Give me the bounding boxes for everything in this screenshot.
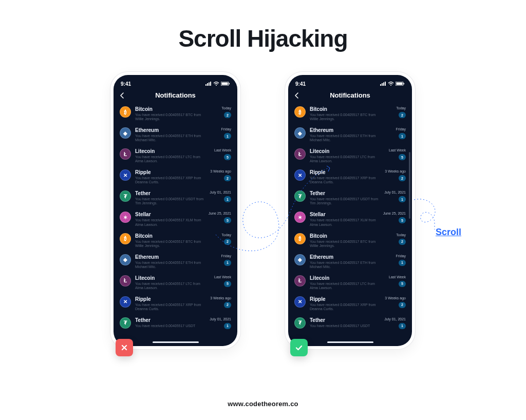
- row-desc: You have received 0.00405517 LTC from Al…: [310, 282, 382, 290]
- row-info: RippleYou have received 0.00405517 XRP f…: [135, 296, 208, 311]
- list-item[interactable]: ₮TetherYou have received 0.00405517 USDT…: [116, 314, 235, 332]
- row-desc: You have received 0.00405517 USDT: [135, 324, 207, 328]
- list-item[interactable]: ✶StellarYou have received 0.00405517 XLM…: [116, 208, 235, 230]
- list-item[interactable]: ✶StellarYou have received 0.00405517 XLM…: [290, 208, 410, 230]
- row-info: BitcoinYou have received 0.00405517 BTC …: [310, 106, 394, 121]
- row-time: July 01, 2021: [384, 190, 406, 194]
- row-desc: You have received 0.00405517 ETH from Mi…: [310, 261, 382, 269]
- row-time: Today: [396, 106, 406, 110]
- coin-name: Ripple: [135, 169, 208, 175]
- coin-name: Ripple: [310, 169, 383, 175]
- coin-icon: ◆: [294, 127, 306, 139]
- nav-title: Notifications: [119, 91, 232, 99]
- coin-icon: ✕: [294, 296, 306, 308]
- coin-name: Bitcoin: [135, 106, 219, 112]
- coin-icon: ✕: [294, 169, 306, 181]
- page-title: Scroll Hijacking: [0, 25, 526, 52]
- row-meta: 3 Weeks ago2: [210, 169, 231, 181]
- list-item[interactable]: ◆EthereumYou have received 0.00405517 ET…: [116, 251, 235, 272]
- coin-name: Tether: [135, 190, 208, 196]
- row-meta: July 01, 20211: [384, 190, 406, 202]
- row-info: BitcoinYou have received 0.00405517 BTC …: [135, 233, 219, 248]
- count-badge: 1: [399, 260, 406, 266]
- count-badge: 1: [224, 133, 231, 139]
- status-time: 9:41: [121, 81, 131, 87]
- list-item[interactable]: ✕RippleYou have received 0.00405517 XRP …: [116, 293, 235, 314]
- row-meta: Last Week5: [214, 148, 231, 160]
- list-item[interactable]: ₿BitcoinYou have received 0.00405517 BTC…: [116, 230, 235, 251]
- list-item[interactable]: ✕RippleYou have received 0.00405517 XRP …: [290, 166, 410, 187]
- svg-rect-14: [397, 83, 403, 85]
- row-info: RippleYou have received 0.00405517 XRP f…: [135, 169, 208, 184]
- status-time: 9:41: [295, 81, 306, 87]
- coin-name: Bitcoin: [310, 233, 394, 239]
- coin-icon: ✶: [294, 212, 306, 223]
- signal-icon: [380, 82, 386, 86]
- row-time: Today: [396, 233, 406, 237]
- list-item[interactable]: ◆EthereumYou have received 0.00405517 ET…: [290, 124, 410, 145]
- stage: 9:41 Notifications ₿BitcoinYou have rece…: [0, 68, 526, 396]
- coin-icon: ₿: [294, 106, 306, 118]
- status-bar: 9:41: [114, 78, 237, 89]
- count-badge: 1: [399, 133, 406, 139]
- list-item[interactable]: ŁLitecoinYou have received 0.00405517 LT…: [116, 145, 235, 166]
- home-indicator: [153, 341, 199, 343]
- screen-right: 9:41 Notifications ₿BitcoinYou have rece…: [288, 75, 412, 346]
- notification-list-right[interactable]: ₿BitcoinYou have received 0.00405517 BTC…: [288, 103, 412, 339]
- list-item[interactable]: ₮TetherYou have received 0.00405517 USDT…: [290, 187, 410, 208]
- count-badge: 1: [399, 323, 406, 329]
- row-info: EthereumYou have received 0.00405517 ETH…: [135, 127, 219, 142]
- row-desc: You have received 0.00405517 XRP from De…: [310, 176, 382, 184]
- row-meta: July 01, 20211: [384, 317, 406, 329]
- wifi-icon: [213, 82, 219, 86]
- battery-icon: [396, 82, 405, 86]
- row-meta: Today2: [396, 233, 406, 245]
- row-desc: You have received 0.00405517 ETH from Mi…: [135, 261, 207, 269]
- row-desc: You have received 0.00405517 USDT from T…: [135, 197, 207, 205]
- coin-icon: Ł: [120, 275, 131, 287]
- coin-icon: ₮: [120, 317, 131, 329]
- row-desc: You have received 0.00405517 USDT: [310, 324, 382, 328]
- list-item[interactable]: ✕RippleYou have received 0.00405517 XRP …: [116, 166, 235, 187]
- list-item[interactable]: ₿BitcoinYou have received 0.00405517 BTC…: [290, 103, 410, 124]
- list-item[interactable]: ŁLitecoinYou have received 0.00405517 LT…: [116, 272, 235, 293]
- list-item[interactable]: ŁLitecoinYou have received 0.00405517 LT…: [290, 145, 410, 166]
- phone-right: 9:41 Notifications ₿BitcoinYou have rece…: [285, 72, 415, 349]
- footer-url: www.codetheorem.co: [0, 400, 526, 408]
- list-item[interactable]: ₿BitcoinYou have received 0.00405517 BTC…: [116, 103, 235, 124]
- scrollbar[interactable]: [409, 152, 410, 219]
- row-time: 3 Weeks ago: [385, 169, 406, 173]
- nav-bar: Notifications: [114, 89, 237, 103]
- svg-rect-7: [229, 83, 230, 85]
- home-indicator: [327, 341, 373, 343]
- list-item[interactable]: ₮TetherYou have received 0.00405517 USDT…: [116, 187, 235, 208]
- row-meta: 3 Weeks ago2: [385, 296, 406, 308]
- row-meta: Today2: [396, 106, 406, 118]
- battery-icon: [221, 82, 230, 86]
- row-info: LitecoinYou have received 0.00405517 LTC…: [310, 275, 387, 290]
- row-info: BitcoinYou have received 0.00405517 BTC …: [135, 106, 219, 121]
- wifi-icon: [388, 82, 394, 86]
- row-desc: You have received 0.00405517 LTC from Al…: [310, 155, 382, 163]
- row-time: June 25, 2021: [209, 212, 231, 215]
- row-info: TetherYou have received 0.00405517 USDT …: [310, 190, 382, 205]
- list-item[interactable]: ✕RippleYou have received 0.00405517 XRP …: [290, 293, 410, 314]
- list-item[interactable]: ◆EthereumYou have received 0.00405517 ET…: [116, 124, 235, 145]
- list-item[interactable]: ₿BitcoinYou have received 0.00405517 BTC…: [290, 230, 410, 251]
- row-info: BitcoinYou have received 0.00405517 BTC …: [310, 233, 394, 248]
- notification-list-left[interactable]: ₿BitcoinYou have received 0.00405517 BTC…: [114, 103, 237, 339]
- svg-rect-8: [380, 84, 381, 86]
- row-meta: Last Week5: [389, 275, 406, 287]
- row-info: LitecoinYou have received 0.00405517 LTC…: [135, 275, 212, 290]
- coin-icon: ₿: [120, 106, 131, 118]
- count-badge: 2: [224, 239, 231, 245]
- coin-icon: Ł: [120, 148, 131, 160]
- row-time: June 25, 2021: [383, 212, 406, 215]
- list-item[interactable]: ŁLitecoinYou have received 0.00405517 LT…: [290, 272, 410, 293]
- row-time: Last Week: [389, 148, 406, 152]
- count-badge: 1: [224, 260, 231, 266]
- row-info: TetherYou have received 0.00405517 USDT: [310, 317, 382, 328]
- coin-icon: ◆: [120, 127, 131, 139]
- list-item[interactable]: ◆EthereumYou have received 0.00405517 ET…: [290, 251, 410, 272]
- list-item[interactable]: ₮TetherYou have received 0.00405517 USDT…: [290, 314, 410, 332]
